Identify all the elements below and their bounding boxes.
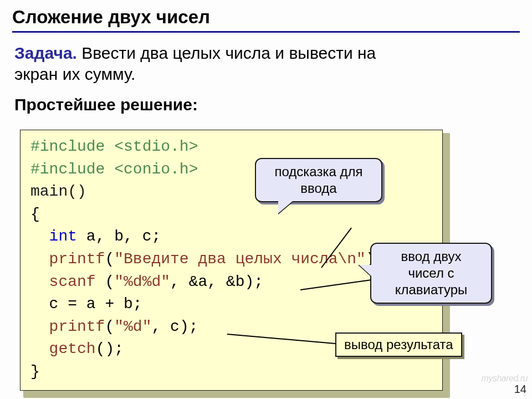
code-token: a, b, c; — [77, 228, 161, 245]
code-token: "%d" — [114, 318, 151, 335]
code-token: , &a, &b); — [170, 273, 263, 290]
code-token: getch — [49, 340, 96, 357]
callout-text: вывод результата — [344, 337, 453, 352]
code-token: } — [30, 363, 40, 380]
callout-output: вывод результата — [335, 332, 462, 357]
code-token: <stdio.h> — [114, 138, 198, 155]
code-token: ( — [105, 318, 114, 335]
solution-heading: Простейшее решение: — [12, 95, 520, 114]
title-rule — [12, 31, 520, 33]
slide-title: Сложение двух чисел — [12, 7, 520, 31]
code-token: printf — [49, 250, 105, 268]
callout-tail-icon — [278, 201, 293, 213]
code-token: , c); — [151, 318, 198, 335]
code-token: { — [30, 206, 40, 223]
callout-tail-icon — [359, 265, 371, 276]
code-token: ( — [105, 250, 114, 268]
code-token — [30, 340, 49, 357]
code-token: main() — [30, 183, 86, 200]
code-token — [30, 228, 49, 245]
code-token: printf — [49, 318, 105, 335]
callout-text: подсказка для ввода — [275, 164, 363, 196]
code-token — [30, 273, 49, 290]
callout-text: ввод двух чисел с клавиатуры — [395, 249, 468, 297]
watermark: myshared.ru — [482, 374, 528, 383]
code-token: int — [49, 228, 77, 245]
callout-input: ввод двух чисел с клавиатуры — [370, 243, 492, 304]
task-text: Задача. Ввести два целых числа и вывести… — [12, 43, 520, 85]
code-token: "%d%d" — [114, 273, 170, 290]
code-token — [30, 250, 49, 268]
callout-hint: подсказка для ввода — [255, 158, 382, 202]
page-number: 14 — [514, 383, 526, 396]
code-token — [30, 318, 49, 335]
code-token: #include — [30, 138, 114, 155]
slide: Сложение двух чисел Задача. Ввести два ц… — [0, 0, 532, 399]
code-token: scanf — [49, 273, 105, 290]
code-token: #include — [30, 161, 114, 178]
task-label: Задача. — [14, 44, 77, 62]
code-token: ( — [105, 273, 114, 290]
code-token: (); — [96, 340, 124, 357]
code-token: <conio.h> — [114, 161, 198, 178]
code-token: c = a + b; — [30, 295, 142, 313]
